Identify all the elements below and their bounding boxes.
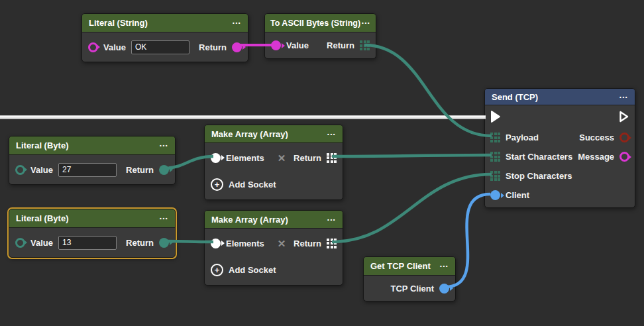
node-editor-canvas[interactable]: Literal (String) ••• Value Return To ASC… (0, 0, 644, 326)
add-socket-icon[interactable]: + (211, 264, 223, 276)
node-title: Make Array (Array) (211, 215, 288, 225)
node-header[interactable]: Literal (String) ••• (82, 14, 248, 32)
value-input-port[interactable] (271, 40, 281, 50)
remove-socket-icon[interactable]: ✕ (278, 239, 286, 248)
tcp-client-label: TCP Client (391, 284, 435, 294)
return-label: Return (294, 153, 321, 163)
return-label: Return (126, 238, 154, 248)
return-array-output-port[interactable] (327, 239, 337, 248)
node-menu-icon[interactable]: ••• (160, 215, 168, 221)
node-menu-icon[interactable]: ••• (160, 142, 168, 148)
node-menu-icon[interactable]: ••• (440, 263, 449, 269)
add-socket-label[interactable]: Add Socket (229, 265, 276, 275)
node-make-array-1[interactable]: Make Array (Array) ••• Elements ✕ Return… (204, 125, 343, 200)
payload-input-port[interactable] (490, 133, 500, 142)
wire-array2-to-stop[interactable] (332, 174, 492, 242)
wire-ascii-to-payload[interactable] (364, 45, 492, 136)
start-characters-label: Start Characters (506, 152, 572, 162)
client-label: Client (506, 190, 529, 200)
node-menu-icon[interactable]: ••• (327, 217, 336, 223)
node-title: To ASCII Bytes (String) (270, 19, 360, 28)
stop-characters-label: Stop Characters (506, 171, 572, 181)
node-literal-byte-1[interactable]: Literal (Byte) ••• Value Return (9, 136, 176, 185)
node-title: Literal (String) (89, 18, 148, 28)
remove-socket-icon[interactable]: ✕ (278, 153, 286, 163)
value-input-port[interactable] (88, 42, 98, 52)
node-title: Make Array (Array) (211, 129, 288, 139)
node-send-tcp[interactable]: Send (TCP) ••• Payload Success Start Cha… (484, 88, 635, 208)
payload-label: Payload (506, 133, 539, 142)
node-menu-icon[interactable]: ••• (619, 94, 628, 100)
exec-input-port[interactable] (490, 110, 501, 123)
value-label: Value (103, 42, 126, 52)
node-header[interactable]: Get TCP Client ••• (364, 257, 455, 276)
add-socket-label[interactable]: Add Socket (229, 180, 276, 190)
return-array-output-port[interactable] (360, 40, 370, 50)
stop-characters-input-port[interactable] (490, 171, 500, 181)
node-menu-icon[interactable]: ••• (233, 20, 241, 26)
value-label: Value (30, 165, 53, 175)
value-input-port[interactable] (15, 238, 25, 248)
return-output-port[interactable] (232, 42, 242, 52)
wire-array1-to-start[interactable] (332, 155, 492, 156)
value-field[interactable] (58, 236, 117, 250)
node-menu-icon[interactable]: ••• (327, 131, 336, 137)
return-array-output-port[interactable] (327, 153, 337, 163)
value-label: Value (30, 238, 53, 248)
value-input-port[interactable] (15, 165, 25, 175)
node-header[interactable]: Literal (Byte) ••• (9, 209, 175, 228)
start-characters-input-port[interactable] (490, 152, 500, 162)
node-get-tcp-client[interactable]: Get TCP Client ••• TCP Client (363, 256, 456, 301)
node-title: Literal (Byte) (16, 213, 68, 223)
exec-output-port[interactable] (619, 110, 629, 123)
message-label: Message (578, 152, 614, 162)
value-field[interactable] (58, 163, 117, 177)
return-output-port[interactable] (159, 165, 169, 175)
node-title: Send (TCP) (492, 92, 538, 102)
success-output-port[interactable] (619, 133, 629, 142)
client-input-port[interactable] (490, 190, 500, 200)
value-field[interactable] (131, 40, 189, 54)
value-label: Value (286, 40, 309, 50)
node-literal-byte-2[interactable]: Literal (Byte) ••• Value Return (9, 209, 176, 258)
success-label: Success (579, 133, 614, 142)
elements-input-port[interactable] (211, 153, 221, 163)
node-header[interactable]: Make Array (Array) ••• (205, 211, 343, 229)
node-header[interactable]: Send (TCP) ••• (485, 89, 635, 105)
node-header[interactable]: Make Array (Array) ••• (205, 125, 343, 143)
node-menu-icon[interactable]: ••• (362, 20, 370, 26)
elements-label: Elements (226, 153, 264, 163)
message-output-port[interactable] (619, 152, 629, 162)
node-header[interactable]: Literal (Byte) ••• (9, 136, 175, 155)
return-output-port[interactable] (159, 238, 169, 248)
add-socket-icon[interactable]: + (211, 178, 223, 191)
node-literal-string[interactable]: Literal (String) ••• Value Return (81, 13, 248, 62)
return-label: Return (294, 239, 321, 248)
node-title: Literal (Byte) (16, 140, 68, 150)
return-label: Return (126, 165, 154, 175)
node-title: Get TCP Client (370, 261, 431, 271)
node-make-array-2[interactable]: Make Array (Array) ••• Elements ✕ Return… (204, 210, 343, 286)
node-header[interactable]: To ASCII Bytes (String) ••• (265, 14, 376, 32)
tcp-client-output-port[interactable] (439, 284, 449, 294)
return-label: Return (199, 42, 227, 52)
elements-input-port[interactable] (211, 239, 221, 248)
node-to-ascii-bytes[interactable]: To ASCII Bytes (String) ••• Value Return (264, 13, 376, 59)
return-label: Return (327, 40, 354, 50)
elements-label: Elements (226, 239, 264, 248)
